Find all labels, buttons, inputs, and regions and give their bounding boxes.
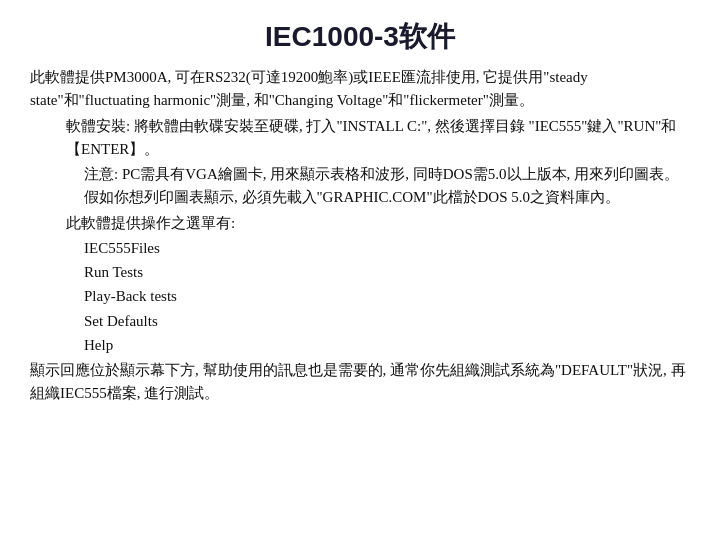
page-container: IEC1000-3软件 此軟體提供PM3000A, 可在RS232(可達1920… xyxy=(0,0,720,540)
menu-list: IEC555Files Run Tests Play-Back tests Se… xyxy=(84,237,690,357)
menu-item-3: Play-Back tests xyxy=(84,285,690,308)
intro-paragraph: 此軟體提供PM3000A, 可在RS232(可達19200鮑率)或IEEE匯流排… xyxy=(30,66,690,113)
content-body: 此軟體提供PM3000A, 可在RS232(可達19200鮑率)或IEEE匯流排… xyxy=(30,66,690,406)
page-title: IEC1000-3软件 xyxy=(30,18,690,56)
menu-item-2: Run Tests xyxy=(84,261,690,284)
menu-intro: 此軟體提供操作之選單有: xyxy=(66,212,690,235)
note-paragraph: 注意: PC需具有VGA繪圖卡, 用來顯示表格和波形, 同時DOS需5.0以上版… xyxy=(84,163,690,210)
menu-item-5: Help xyxy=(84,334,690,357)
footer-paragraph: 顯示回應位於顯示幕下方, 幫助使用的訊息也是需要的, 通常你先組織測試系統為"D… xyxy=(30,359,690,406)
menu-item-1: IEC555Files xyxy=(84,237,690,260)
install-paragraph: 軟體安裝: 將軟體由軟碟安裝至硬碟, 打入"INSTALL C:", 然後選擇目… xyxy=(66,115,690,162)
menu-item-4: Set Defaults xyxy=(84,310,690,333)
